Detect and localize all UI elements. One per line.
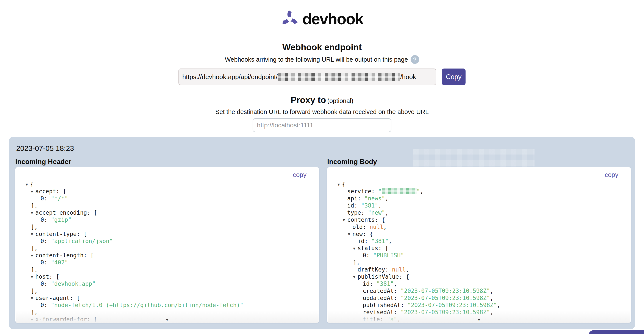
incoming-header-panel: copy ▼{▼accept: [0: "*/*"],▼accept-encod… — [15, 167, 319, 323]
json-comma: , — [406, 266, 409, 273]
json-line: ], — [15, 223, 319, 230]
json-key: id: — [358, 238, 371, 244]
json-line: updatedAt: "2023-07-05T09:23:10.598Z", — [327, 294, 631, 302]
json-line: id: "381", — [327, 202, 631, 209]
json-key: 0: — [40, 302, 51, 308]
incoming-header-label: Incoming Header — [15, 158, 319, 167]
json-bracket: [ — [56, 273, 60, 280]
cutoff-purple-button[interactable] — [588, 330, 644, 334]
json-line: id: "381", — [327, 238, 631, 244]
expand-arrow-icon[interactable]: ▼ — [343, 216, 347, 224]
help-icon[interactable]: ? — [410, 55, 419, 64]
expand-arrow-icon[interactable]: ▼ — [348, 231, 352, 238]
json-bracket: [ — [94, 209, 97, 216]
json-bracket: [ — [94, 316, 97, 322]
expand-arrow-icon[interactable]: ▼ — [26, 181, 30, 188]
expand-arrow-icon[interactable]: ▼ — [31, 210, 35, 216]
json-key: content-type: — [35, 230, 84, 237]
json-comma: , — [397, 316, 401, 322]
json-key: status: — [358, 245, 385, 252]
json-line: ▼accept-encoding: [ — [15, 209, 319, 216]
incoming-body-panel: copy ▼{service: "",api: "news",id: "381"… — [327, 167, 631, 323]
json-line: ▼content-type: [ — [15, 230, 319, 238]
scroll-more-icon[interactable]: ▼ — [478, 318, 481, 322]
json-key: api: — [347, 195, 364, 202]
json-line: ], — [15, 308, 319, 316]
json-line: 0: "*/*" — [15, 195, 319, 202]
json-key: 0: — [363, 252, 373, 258]
json-line: ], — [15, 244, 319, 252]
webhook-request-card: 2023-07-05 18:23 Incoming Header copy ▼{… — [9, 137, 635, 329]
json-bracket: { — [342, 181, 346, 188]
json-key: title: — [363, 316, 387, 322]
json-line: 0: "devhook.app" — [15, 280, 319, 287]
json-key: revisedAt: — [363, 309, 401, 316]
json-key: 0: — [40, 280, 51, 287]
expand-arrow-icon[interactable]: ▼ — [31, 188, 35, 195]
expand-arrow-icon[interactable]: ▼ — [353, 245, 358, 252]
json-line: ], — [15, 266, 319, 273]
json-line: ▼new: { — [327, 230, 631, 238]
json-line: createdAt: "2023-07-05T09:23:10.598Z", — [327, 287, 631, 294]
json-key: x-forwarded-for: — [35, 316, 94, 322]
endpoint-url-input[interactable]: https://devhook.app/api/endpoint//hook — [178, 68, 436, 85]
json-bracket: ], — [31, 202, 38, 209]
expand-arrow-icon[interactable]: ▼ — [353, 274, 358, 280]
expand-arrow-icon[interactable]: ▼ — [338, 181, 342, 188]
json-key: type: — [347, 209, 368, 216]
json-line: 0: "node-fetch/1.0 (+https://github.com/… — [15, 302, 319, 308]
request-timestamp: 2023-07-05 18:23 — [16, 144, 74, 152]
json-key: user-agent: — [35, 294, 76, 301]
json-line: 0: "gzip" — [15, 216, 319, 223]
json-line: 0: "402" — [15, 259, 319, 266]
proxy-to-title-text: Proxy to — [291, 95, 326, 105]
json-comma: , — [490, 288, 493, 294]
proxy-description: Set the destination URL to forward webho… — [0, 108, 644, 116]
incoming-header-column: Incoming Header copy ▼{▼accept: [0: "*/*… — [15, 158, 319, 323]
endpoint-url-prefix: https://devhook.app/api/endpoint/ — [182, 73, 278, 80]
json-line: revisedAt: "2023-07-05T09:23:10.598Z", — [327, 308, 631, 316]
json-key: 0: — [40, 216, 51, 223]
json-key: accept: — [35, 188, 63, 194]
json-line: ▼contents: { — [327, 216, 631, 223]
copy-header-link[interactable]: copy — [293, 171, 306, 178]
json-string-value: "devhook.app" — [51, 280, 96, 287]
json-string-value: "news" — [364, 195, 385, 202]
webhook-endpoint-description: Webhooks arriving to the following URL w… — [225, 56, 408, 63]
json-key: draftKey: — [358, 266, 392, 273]
json-line: api: "news", — [327, 195, 631, 202]
json-line: 0: "PUBLISH" — [327, 252, 631, 259]
copy-url-button[interactable]: Copy — [442, 68, 466, 85]
expand-arrow-icon[interactable]: ▼ — [31, 316, 35, 323]
json-comma: , — [385, 209, 388, 216]
json-line: draftKey: null, — [327, 266, 631, 273]
json-bracket: [ — [63, 188, 66, 194]
json-string-value: "node-fetch/1.0 (+https://github.com/bit… — [51, 302, 243, 308]
json-line: ], — [15, 287, 319, 294]
json-line: 0: "application/json" — [15, 238, 319, 244]
redacted-json-value — [382, 188, 416, 194]
json-bracket: ], — [31, 266, 38, 273]
json-key: publishedAt: — [363, 302, 407, 308]
json-line: publishedAt: "2023-07-05T09:23:10.598Z", — [327, 302, 631, 308]
expand-arrow-icon[interactable]: ▼ — [31, 231, 35, 238]
expand-arrow-icon[interactable]: ▼ — [31, 252, 35, 259]
json-line: ▼publishValue: { — [327, 273, 631, 280]
json-line: ▼status: [ — [327, 244, 631, 252]
json-key: publishValue: — [358, 273, 406, 280]
copy-body-link[interactable]: copy — [605, 171, 618, 178]
json-key: createdAt: — [363, 288, 401, 294]
json-bracket: [ — [84, 230, 87, 237]
json-key: accept-encoding: — [35, 209, 94, 216]
incoming-body-label: Incoming Body — [327, 158, 631, 167]
json-redacted-string: "" — [378, 188, 420, 194]
endpoint-url-suffix: /hook — [400, 73, 416, 80]
expand-arrow-icon[interactable]: ▼ — [31, 274, 35, 280]
json-bracket: ], — [31, 224, 38, 230]
expand-arrow-icon[interactable]: ▼ — [31, 295, 35, 302]
scroll-more-icon[interactable]: ▼ — [166, 318, 169, 322]
json-line: ▼accept: [ — [15, 188, 319, 195]
incoming-body-json: ▼{service: "",api: "news",id: "381",type… — [327, 167, 631, 323]
proxy-url-input[interactable] — [252, 118, 392, 132]
json-bracket: [ — [76, 294, 80, 301]
